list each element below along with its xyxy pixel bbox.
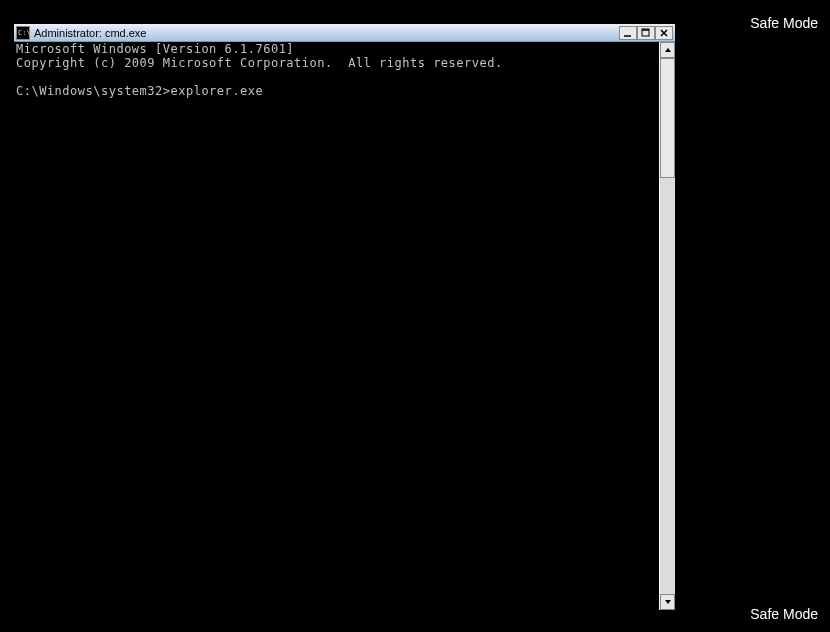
console-body: Microsoft Windows [Version 6.1.7601] Cop…: [14, 42, 675, 610]
titlebar[interactable]: C:\ Administrator: cmd.exe: [14, 24, 675, 42]
window-controls: [619, 26, 673, 40]
scroll-track[interactable]: [660, 58, 675, 594]
cmd-icon: C:\: [16, 26, 30, 40]
console-output[interactable]: Microsoft Windows [Version 6.1.7601] Cop…: [14, 42, 659, 610]
cmd-window: C:\ Administrator: cmd.exe Microsoft Win…: [13, 23, 676, 611]
close-button[interactable]: [655, 26, 673, 40]
console-prompt: C:\Windows\system32>: [16, 84, 171, 98]
svg-marker-6: [665, 600, 671, 604]
console-line: Microsoft Windows [Version 6.1.7601]: [16, 42, 294, 56]
vertical-scrollbar[interactable]: [659, 42, 675, 610]
scroll-thumb[interactable]: [660, 58, 675, 178]
console-command: explorer.exe: [171, 84, 264, 98]
scroll-up-button[interactable]: [660, 42, 675, 58]
maximize-button[interactable]: [637, 26, 655, 40]
svg-marker-5: [665, 48, 671, 52]
safe-mode-label-bottom: Safe Mode: [750, 606, 818, 622]
scroll-down-button[interactable]: [660, 594, 675, 610]
minimize-button[interactable]: [619, 26, 637, 40]
console-line: Copyright (c) 2009 Microsoft Corporation…: [16, 56, 503, 70]
safe-mode-label-top: Safe Mode: [750, 15, 818, 31]
window-title: Administrator: cmd.exe: [34, 27, 619, 39]
